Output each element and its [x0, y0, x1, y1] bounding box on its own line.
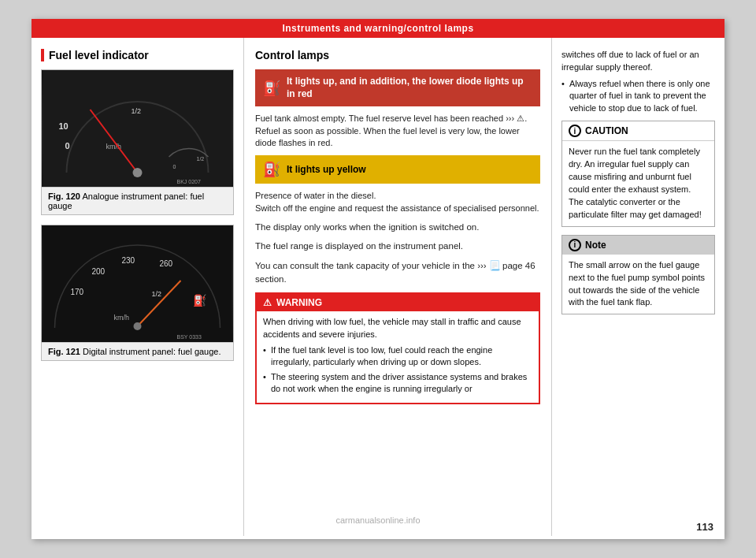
- svg-text:10: 10: [59, 121, 69, 131]
- warning-box: ⚠ WARNING When driving with low fuel, th…: [255, 292, 540, 404]
- body-text-2: The fuel range is displayed on the instr…: [255, 240, 540, 253]
- note-icon: i: [569, 239, 581, 251]
- svg-text:BSY 0333: BSY 0333: [177, 334, 202, 340]
- lamp-red-box: ⛽ It lights up, and in addition, the low…: [255, 69, 540, 106]
- svg-text:BKJ 0207: BKJ 0207: [177, 179, 201, 184]
- lamp-red-desc: Fuel tank almost empty. The fuel reserve…: [255, 113, 540, 149]
- left-column: Fuel level indicator: [32, 38, 244, 536]
- caution-body: Never run the fuel tank completely dry. …: [562, 141, 714, 226]
- warning-label: WARNING: [276, 297, 322, 308]
- svg-text:1/2: 1/2: [152, 290, 162, 298]
- caution-label: CAUTION: [585, 125, 628, 136]
- note-body: The small arrow on the fuel gauge next t…: [562, 255, 714, 314]
- figure-120-image: km/h 0 10 1/2 0 1/2: [42, 70, 233, 187]
- svg-point-19: [134, 322, 142, 330]
- figure-121-caption: Fig. 121 Digital instrument panel: fuel …: [42, 342, 233, 360]
- lamp-yellow-desc1: Presence of water in the diesel. Switch …: [255, 190, 540, 214]
- svg-point-9: [133, 168, 143, 177]
- svg-text:⛽: ⛽: [193, 294, 207, 307]
- header-title: Instruments and warning/control lamps: [282, 23, 473, 34]
- warning-body: When driving with low fuel, the vehicle …: [257, 311, 539, 402]
- section-title: Fuel level indicator: [41, 49, 234, 61]
- fuel-lamp-icon: ⛽: [263, 80, 280, 97]
- svg-text:230: 230: [122, 256, 135, 265]
- caution-icon: i: [569, 125, 581, 137]
- warning-header: ⚠ WARNING: [257, 294, 539, 311]
- svg-text:170: 170: [71, 288, 84, 296]
- warning-bullet1: If the fuel tank level is too low, fuel …: [263, 344, 532, 369]
- lamp-yellow-box: ⛽ It lights up yellow: [255, 155, 540, 184]
- svg-text:km/h: km/h: [114, 314, 130, 322]
- figure-121-image: 170 200 230 260 km/h 1/2: [42, 225, 233, 342]
- svg-text:200: 200: [92, 267, 106, 276]
- water-lamp-icon: ⛽: [263, 161, 280, 178]
- caution-header: i CAUTION: [562, 121, 714, 141]
- lamp-red-text: It lights up, and in addition, the lower…: [287, 76, 532, 100]
- figure-121-text: Digital instrument panel: fuel gauge.: [83, 347, 221, 356]
- figure-121-label: Fig. 121: [48, 347, 80, 356]
- right-column: switches off due to lack of fuel or an i…: [551, 38, 724, 536]
- body-text-1: The display only works when the ignition…: [255, 221, 540, 234]
- note-label: Note: [585, 240, 606, 251]
- warning-line1: When driving with low fuel, the vehicle …: [263, 316, 532, 341]
- page-header: Instruments and warning/control lamps: [32, 19, 724, 38]
- body-text-3: You can consult the tank capacity of you…: [255, 259, 540, 287]
- figure-120-label: Fig. 120: [48, 192, 80, 201]
- caution-box: i CAUTION Never run the fuel tank comple…: [561, 121, 715, 227]
- svg-text:km/h: km/h: [106, 143, 122, 151]
- svg-text:260: 260: [160, 259, 173, 268]
- svg-text:1/2: 1/2: [197, 156, 205, 162]
- right-top-bullet: Always refuel when there is only one qua…: [561, 78, 715, 114]
- note-header: i Note: [562, 236, 714, 255]
- watermark: carmanualsonline.info: [32, 515, 724, 525]
- svg-text:1/2: 1/2: [132, 107, 142, 115]
- control-lamps-title: Control lamps: [255, 49, 540, 61]
- figure-121: 170 200 230 260 km/h 1/2: [41, 225, 234, 361]
- warning-icon: ⚠: [263, 297, 272, 308]
- note-box: i Note The small arrow on the fuel gauge…: [561, 235, 715, 315]
- warning-bullet2: The steering system and the driver assis…: [263, 371, 532, 396]
- middle-column: Control lamps ⛽ It lights up, and in add…: [244, 38, 551, 536]
- figure-120: km/h 0 10 1/2 0 1/2: [41, 69, 234, 215]
- svg-text:0: 0: [173, 164, 176, 169]
- figure-120-caption: Fig. 120 Analogue instrument panel: fuel…: [42, 187, 233, 214]
- right-top-text: switches off due to lack of fuel or an i…: [561, 49, 715, 114]
- svg-text:0: 0: [65, 141, 70, 151]
- lamp-yellow-text: It lights up yellow: [287, 164, 366, 175]
